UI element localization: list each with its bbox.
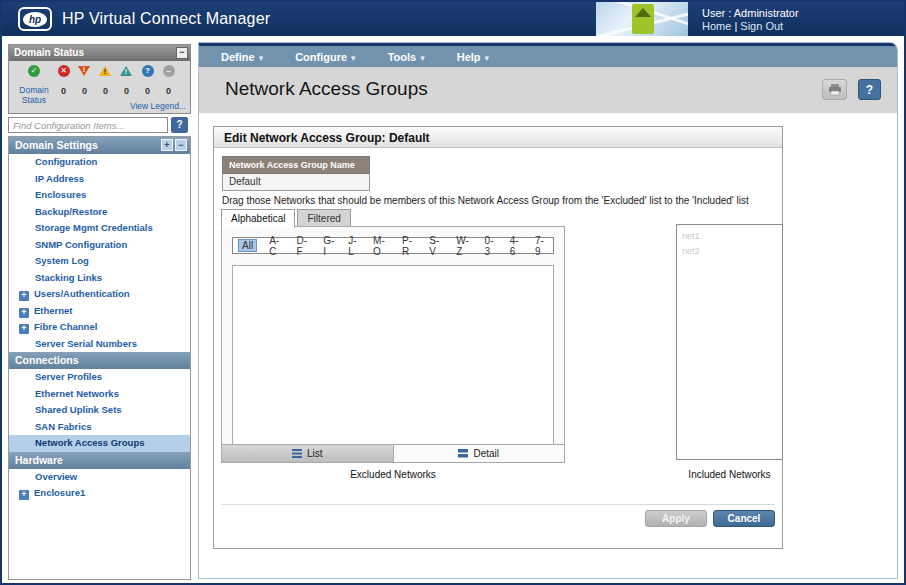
sidebar-item-network-access-groups[interactable]: Network Access Groups	[9, 435, 190, 452]
domain-status-link[interactable]: Domain Status	[15, 85, 53, 105]
search-help-button[interactable]: ?	[171, 117, 188, 133]
alpha-filter-s-v[interactable]: S-V	[427, 235, 444, 257]
content-area: Edit Network Access Group: Default Netwo…	[199, 113, 897, 577]
sidebar-item-snmp-configuration[interactable]: SNMP Configuration	[9, 237, 190, 254]
tab-alphabetical[interactable]: Alphabetical	[221, 209, 295, 228]
section-domain-settings[interactable]: Domain Settings + −	[9, 137, 190, 154]
detail-view-button[interactable]: Detail	[394, 445, 565, 462]
sidebar-item-storage-mgmt-credentials[interactable]: Storage Mgmt Credentials	[9, 220, 190, 237]
excluded-networks-pane: All A-C D-F G-I J-L M-O P-R S-V W-Z 0-3 …	[221, 226, 565, 463]
chevron-down-icon: ▾	[351, 53, 356, 63]
link-divider: |	[734, 20, 737, 32]
section-hardware[interactable]: Hardware	[9, 452, 190, 469]
alpha-filter-d-f[interactable]: D-F	[294, 235, 311, 257]
included-networks-list[interactable]: net1 net2	[676, 224, 783, 460]
warning-status-icon: !	[99, 65, 112, 77]
sidebar-item-shared-uplink-sets[interactable]: Shared Uplink Sets	[9, 402, 190, 419]
sidebar-item-ethernet[interactable]: +Ethernet	[9, 303, 190, 320]
warning-count: 0	[95, 86, 116, 96]
list-view-button[interactable]: List	[222, 445, 394, 462]
menu-bar: Define▾ Configure▾ Tools▾ Help▾	[199, 43, 897, 67]
sidebar-item-users-authentication[interactable]: +Users/Authentication	[9, 286, 190, 303]
group-name-field[interactable]: Default	[222, 174, 370, 191]
chevron-down-icon: ▾	[485, 53, 490, 63]
expand-all-button[interactable]: +	[161, 139, 173, 151]
collapse-all-button[interactable]: −	[175, 139, 187, 151]
user-label: User : Administrator	[702, 7, 799, 20]
minimize-panel-button[interactable]: −	[176, 47, 188, 59]
alpha-filter-4-6[interactable]: 4-6	[508, 235, 523, 257]
domain-status-title: Domain Status	[14, 47, 84, 58]
excluded-networks-list[interactable]	[232, 265, 554, 445]
drag-instruction: Drag those Networks that should be membe…	[222, 195, 749, 206]
name-column-header: Network Access Group Name	[222, 156, 370, 174]
sidebar-item-fibre-channel[interactable]: +Fibre Channel	[9, 319, 190, 336]
included-networks-label: Included Networks	[676, 469, 783, 480]
excluded-networks-label: Excluded Networks	[221, 469, 565, 480]
hp-logo-text: hp	[23, 12, 47, 27]
panel-title: Edit Network Access Group: Default	[214, 127, 782, 148]
alpha-filter-0-3[interactable]: 0-3	[483, 235, 498, 257]
apply-button[interactable]: Apply	[645, 510, 707, 527]
sidebar-item-enclosure1[interactable]: +Enclosure1	[9, 485, 190, 502]
home-link[interactable]: Home	[702, 20, 731, 32]
sidebar-item-stacking-links[interactable]: Stacking Links	[9, 270, 190, 287]
minor-status-icon: !	[120, 65, 133, 77]
minor-count: 0	[116, 86, 137, 96]
help-button[interactable]: ?	[858, 79, 881, 100]
alpha-filter-7-9[interactable]: 7-9	[533, 235, 548, 257]
menu-help[interactable]: Help▾	[457, 51, 489, 63]
user-info: User : Administrator Home | Sign Out	[702, 7, 799, 33]
sidebar-item-server-profiles[interactable]: Server Profiles	[9, 369, 190, 386]
detail-view-icon	[458, 449, 468, 458]
included-network-item[interactable]: net1	[682, 229, 782, 244]
search-row: ?	[8, 117, 191, 133]
major-status-icon: !	[78, 65, 91, 77]
search-input[interactable]	[8, 117, 168, 133]
sidebar: Domain Status − ✓ Domain Status ✕ 0	[8, 44, 191, 577]
included-network-item[interactable]: net2	[682, 244, 782, 259]
sidebar-item-configuration[interactable]: Configuration	[9, 154, 190, 171]
section-connections[interactable]: Connections	[9, 352, 190, 369]
chevron-down-icon: ▾	[420, 53, 425, 63]
cancel-button[interactable]: Cancel	[713, 510, 775, 527]
sidebar-item-ethernet-networks[interactable]: Ethernet Networks	[9, 386, 190, 403]
chevron-down-icon: ▾	[259, 53, 264, 63]
hp-logo-icon: hp	[18, 7, 52, 31]
name-table: Network Access Group Name Default	[222, 156, 370, 191]
sidebar-item-backup-restore[interactable]: Backup/Restore	[9, 204, 190, 221]
unknown-status-icon: –	[163, 65, 175, 77]
header-photo	[596, 2, 688, 36]
alpha-filter-g-i[interactable]: G-I	[321, 235, 336, 257]
alpha-filter-all[interactable]: All	[238, 239, 257, 252]
alpha-filter-w-z[interactable]: W-Z	[454, 235, 472, 257]
signout-link[interactable]: Sign Out	[740, 20, 783, 32]
print-button[interactable]	[822, 79, 847, 100]
sidebar-item-system-log[interactable]: System Log	[9, 253, 190, 270]
title-bar: hp HP Virtual Connect Manager User : Adm…	[2, 2, 904, 36]
menu-define[interactable]: Define▾	[221, 51, 263, 63]
sidebar-item-enclosures[interactable]: Enclosures	[9, 187, 190, 204]
list-view-icon	[292, 449, 302, 458]
ok-status-icon: ✓	[28, 65, 40, 77]
sidebar-item-server-serial-numbers[interactable]: Server Serial Numbers	[9, 336, 190, 353]
sidebar-item-ip-address[interactable]: IP Address	[9, 171, 190, 188]
unknown-count: 0	[158, 86, 179, 96]
alpha-filter-p-r[interactable]: P-R	[400, 235, 417, 257]
alpha-filter-a-c[interactable]: A-C	[267, 235, 284, 257]
major-count: 0	[74, 86, 95, 96]
sidebar-item-overview[interactable]: Overview	[9, 469, 190, 486]
view-legend-link[interactable]: View Legend...	[130, 101, 186, 111]
expand-icon[interactable]: +	[19, 291, 29, 301]
expand-icon[interactable]: +	[19, 308, 29, 318]
edit-network-access-group-panel: Edit Network Access Group: Default Netwo…	[213, 126, 783, 549]
expand-icon[interactable]: +	[19, 324, 29, 334]
menu-tools[interactable]: Tools▾	[388, 51, 425, 63]
menu-configure[interactable]: Configure▾	[295, 51, 355, 63]
expand-icon[interactable]: +	[19, 490, 29, 500]
critical-status-icon: ✕	[58, 65, 70, 77]
sidebar-item-san-fabrics[interactable]: SAN Fabrics	[9, 419, 190, 436]
alpha-filter-m-o[interactable]: M-O	[371, 235, 390, 257]
alpha-filter-j-l[interactable]: J-L	[346, 235, 361, 257]
main-region: Define▾ Configure▾ Tools▾ Help▾ Network …	[198, 42, 898, 579]
